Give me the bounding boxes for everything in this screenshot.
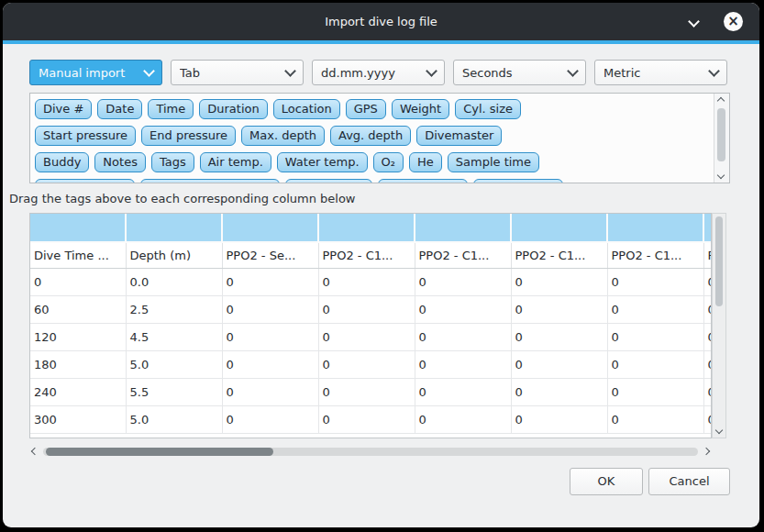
scroll-down-icon[interactable]	[715, 427, 723, 434]
tag-gps[interactable]: GPS	[346, 99, 386, 119]
column-drop-target[interactable]	[607, 214, 703, 242]
table-cell: 5.0	[126, 406, 222, 434]
table-cell: 300	[30, 406, 126, 434]
tag-area: Dive #DateTimeDurationLocationGPSWeightC…	[29, 93, 730, 183]
tag-sample-temperature[interactable]: Sample temperature	[140, 179, 281, 183]
table-cell: 0	[30, 269, 126, 296]
tag-location[interactable]: Location	[273, 99, 340, 119]
table-cell: 0	[318, 269, 415, 296]
column-drop-target[interactable]	[126, 214, 222, 242]
table-cell: 240	[30, 379, 126, 406]
preview-table: Dive Time ...Depth (m)PPO2 - Se...PPO2 -…	[30, 214, 712, 434]
tag-row: Sample depthSample temperatureSample pO₂…	[35, 179, 709, 183]
table-row: 1805.0000000	[30, 351, 712, 379]
tag-he[interactable]: He	[409, 152, 442, 172]
tag-start-pressure[interactable]: Start pressure	[35, 126, 136, 146]
tag-max-depth[interactable]: Max. depth	[241, 126, 325, 146]
scroll-right-icon[interactable]	[703, 448, 710, 455]
tag-sample-depth[interactable]: Sample depth	[35, 179, 135, 183]
table-cell: 0	[222, 324, 318, 351]
tag-sample-ndl[interactable]: Sample NDL	[473, 179, 563, 183]
tag-end-pressure[interactable]: End pressure	[141, 126, 236, 146]
chevron-down-icon	[567, 65, 579, 77]
table-cell: 0	[415, 406, 511, 434]
table-row: 2405.5000000	[30, 379, 712, 406]
tag-tags[interactable]: Tags	[151, 152, 194, 172]
tag-sample-cns[interactable]: Sample CNS	[378, 179, 468, 183]
ok-button[interactable]: OK	[570, 468, 643, 495]
column-drop-target[interactable]	[222, 214, 318, 242]
tag-notes[interactable]: Notes	[94, 152, 146, 172]
chevron-down-icon	[688, 16, 700, 28]
window-title: Import dive log file	[3, 3, 759, 40]
tag-divemaster[interactable]: Divemaster	[416, 126, 502, 146]
table-cell: 0	[511, 379, 607, 406]
combo-date-format[interactable]: dd.mm.yyyy	[312, 60, 445, 85]
column-drop-target[interactable]	[703, 214, 712, 242]
column-header: Dive Time ...	[30, 242, 126, 269]
column-header: PPO2	[703, 242, 712, 269]
tag-area-scrollbar-thumb[interactable]	[717, 108, 725, 161]
combo-import-mode[interactable]: Manual import	[29, 60, 162, 85]
cancel-button[interactable]: Cancel	[648, 468, 730, 495]
table-cell: 0	[222, 351, 318, 379]
scroll-down-icon[interactable]	[717, 172, 725, 179]
table-cell: 0	[318, 296, 415, 324]
tag-sample-po[interactable]: Sample pO₂	[285, 179, 372, 183]
close-button[interactable]: ×	[724, 12, 743, 31]
column-drop-target[interactable]	[415, 214, 511, 242]
combo-duration-format[interactable]: Seconds	[453, 60, 586, 85]
tag-water-temp[interactable]: Water temp.	[277, 152, 368, 172]
table-cell: 0	[415, 269, 511, 296]
column-header: PPO2 - C1...	[415, 242, 511, 269]
scroll-up-icon[interactable]	[717, 97, 725, 105]
table-cell: 0	[222, 269, 318, 296]
combo-value: Seconds	[462, 66, 563, 80]
column-header: PPO2 - C1...	[318, 242, 415, 269]
combo-units[interactable]: Metric	[594, 60, 727, 85]
import-dialog-window: Import dive log file × Manual importTabd…	[3, 3, 759, 527]
tag-time[interactable]: Time	[148, 99, 194, 119]
titlebar[interactable]: Import dive log file ×	[3, 3, 759, 40]
tag-date[interactable]: Date	[97, 99, 142, 119]
accent-line	[3, 40, 759, 44]
tag-cyl-size[interactable]: Cyl. size	[455, 99, 521, 119]
tag-air-temp[interactable]: Air temp.	[200, 152, 271, 172]
table-cell: 180	[30, 351, 126, 379]
table-horizontal-scrollbar[interactable]	[29, 444, 712, 459]
column-drop-target[interactable]	[511, 214, 607, 242]
titlebar-menu-button[interactable]	[682, 3, 706, 40]
tag-weight[interactable]: Weight	[392, 99, 449, 119]
column-drop-target[interactable]	[30, 214, 126, 242]
table-row: 602.5000000	[30, 296, 712, 324]
table-vertical-scrollbar[interactable]	[712, 213, 726, 438]
combo-value: Manual import	[39, 66, 139, 80]
table-cell: 0	[415, 324, 511, 351]
chevron-down-icon	[426, 65, 437, 77]
table-cell: 0	[607, 296, 703, 324]
table-cell: 60	[30, 296, 126, 324]
tag-duration[interactable]: Duration	[199, 99, 267, 119]
table-vertical-scrollbar-thumb[interactable]	[715, 216, 723, 306]
table-cell: 0	[607, 379, 703, 406]
table-cell: 5.0	[126, 351, 222, 379]
table-cell: 4.5	[126, 324, 222, 351]
table-cell: 0	[607, 406, 703, 434]
tag-dive[interactable]: Dive #	[35, 99, 92, 119]
tag-o[interactable]: O₂	[373, 152, 404, 172]
table-cell: 0	[703, 324, 712, 351]
column-drop-target[interactable]	[318, 214, 415, 242]
table-cell: 0	[607, 351, 703, 379]
horizontal-scrollbar-thumb[interactable]	[46, 448, 273, 456]
tag-sample-time[interactable]: Sample time	[448, 152, 539, 172]
close-icon: ×	[727, 13, 739, 29]
tag-area-scrollbar[interactable]	[714, 94, 729, 183]
tag-row: Dive #DateTimeDurationLocationGPSWeightC…	[35, 99, 709, 119]
scroll-left-icon[interactable]	[31, 448, 39, 455]
column-header: PPO2 - C1...	[607, 242, 703, 269]
combo-field-separator[interactable]: Tab	[171, 60, 304, 85]
tag-buddy[interactable]: Buddy	[35, 152, 89, 172]
chevron-down-icon	[708, 65, 720, 77]
combo-row: Manual importTabdd.mm.yyyySecondsMetric	[29, 60, 727, 85]
tag-avg-depth[interactable]: Avg. depth	[330, 126, 411, 146]
